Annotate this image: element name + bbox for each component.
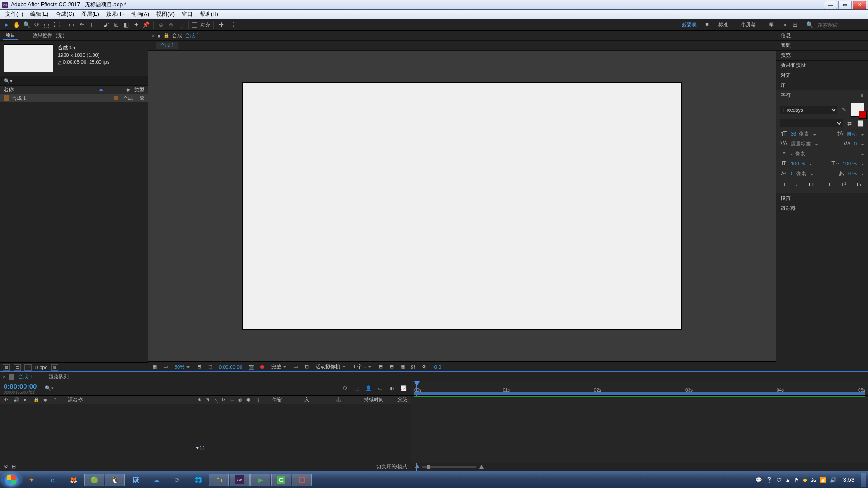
channel-icon[interactable]: ▭: [292, 364, 299, 370]
viewer-canvas[interactable]: [148, 51, 776, 361]
grid-icon[interactable]: ⊞: [377, 364, 384, 370]
timeline-tab-name[interactable]: 合成 1: [18, 373, 32, 380]
column-name[interactable]: 名称: [4, 86, 14, 93]
eyedropper-icon[interactable]: ✎: [840, 106, 848, 113]
switch-column-icon[interactable]: ▭: [230, 397, 236, 403]
small-caps-button[interactable]: Tᴛ: [824, 181, 831, 188]
timeline-ruler-area[interactable]: 00s 01s 02s 03s 04s 05s: [411, 381, 868, 395]
hand-tool-icon[interactable]: ✋: [13, 21, 21, 29]
tray-expand-icon[interactable]: ▲: [785, 477, 791, 483]
taskbar-item[interactable]: 🦊: [63, 474, 83, 486]
tray-icon[interactable]: ◆: [803, 477, 807, 483]
no-stroke-icon[interactable]: ⬜: [856, 120, 864, 127]
workspace-library[interactable]: 库: [763, 21, 779, 28]
timeline-layers-area[interactable]: ➤: [0, 404, 411, 463]
taskbar-item[interactable]: C: [271, 474, 291, 486]
video-column-icon[interactable]: 👁: [4, 397, 9, 403]
reset-workspace-icon[interactable]: ⊞: [791, 21, 799, 29]
taskbar-item[interactable]: 🖼: [126, 474, 146, 486]
composition-name[interactable]: 合成 1 ▾: [58, 44, 109, 51]
taskbar-clock[interactable]: 3:53: [843, 476, 854, 483]
menu-layer[interactable]: 图层(L): [78, 9, 103, 19]
taskbar-item-after-effects[interactable]: Ae: [230, 474, 250, 486]
panel-tab-tracker[interactable]: 跟踪器: [776, 203, 868, 213]
text-tool-icon[interactable]: T: [87, 21, 95, 29]
taskbar-item[interactable]: ☁: [146, 474, 166, 486]
toggle-modes-icon[interactable]: ⊞: [12, 464, 16, 469]
resolution-icon[interactable]: ⊞: [195, 364, 203, 370]
tsume-value[interactable]: 0 %: [848, 171, 857, 176]
menu-composition[interactable]: 合成(C): [52, 9, 78, 19]
column-label-icon[interactable]: ◆: [126, 87, 130, 93]
column-duration[interactable]: 持续时间: [364, 396, 384, 403]
panel-tab-character[interactable]: 字符≡: [776, 90, 868, 100]
local-axis-icon[interactable]: ⬙: [157, 21, 165, 29]
tray-network-icon[interactable]: 🖧: [811, 477, 816, 483]
quality-dropdown[interactable]: 完整: [269, 363, 288, 370]
viewer-lock-icon[interactable]: 🔒: [163, 33, 170, 38]
swap-colors-icon[interactable]: ⇄: [845, 120, 854, 127]
menu-window[interactable]: 窗口: [178, 9, 196, 19]
taskbar-item[interactable]: 🟢: [84, 474, 104, 486]
column-in[interactable]: 入: [304, 396, 309, 403]
lock-column-icon[interactable]: 🔒: [33, 397, 39, 403]
selection-tool-icon[interactable]: ▸: [3, 21, 11, 29]
snapshot-icon[interactable]: 📷: [248, 364, 255, 370]
font-style-select[interactable]: -: [780, 119, 843, 127]
timeline-current-time[interactable]: 0:00:00:00: [4, 382, 37, 390]
zoom-dropdown[interactable]: 50%: [173, 364, 192, 370]
rectangle-tool-icon[interactable]: ▭: [67, 21, 75, 29]
all-caps-button[interactable]: TT: [808, 181, 815, 188]
frame-blend-icon[interactable]: ▭: [377, 385, 384, 392]
menu-view[interactable]: 视图(V): [153, 9, 178, 19]
interpret-footage-icon[interactable]: ▦: [3, 364, 10, 371]
workspace-menu-icon[interactable]: ≡: [703, 21, 711, 29]
menu-edit[interactable]: 编辑(E): [27, 9, 52, 19]
work-area-bar[interactable]: [414, 392, 865, 395]
mask-toggle-icon[interactable]: ⊡: [303, 364, 310, 370]
zoom-tool-icon[interactable]: 🔍: [23, 21, 31, 29]
pixel-aspect-icon[interactable]: ▦: [399, 364, 406, 370]
draft-3d-icon[interactable]: ⬚: [353, 385, 360, 392]
start-button[interactable]: [2, 473, 21, 487]
taskbar-item[interactable]: ⟳: [167, 474, 187, 486]
taskbar-item[interactable]: [292, 474, 312, 486]
composition-stage[interactable]: [243, 83, 681, 329]
guides-icon[interactable]: ⊟: [388, 364, 395, 370]
pan-behind-tool-icon[interactable]: ⛶: [52, 21, 61, 29]
column-stretch[interactable]: 伸缩: [272, 396, 282, 403]
alpha-toggle-icon[interactable]: ▦: [151, 364, 158, 370]
label-column-icon[interactable]: ◆: [43, 397, 49, 403]
graph-editor-icon[interactable]: 📈: [400, 385, 407, 392]
fill-color-swatch[interactable]: [851, 103, 864, 117]
kerning-value[interactable]: 度量标准: [791, 141, 811, 147]
toggle-switches-icon[interactable]: ⚙: [4, 464, 8, 469]
panel-tab-preview[interactable]: 预览: [776, 51, 868, 61]
viewer-tab-menu-icon[interactable]: ≡: [204, 33, 207, 38]
panel-tab-align[interactable]: 对齐: [776, 70, 868, 80]
tray-signal-icon[interactable]: 📶: [820, 477, 826, 483]
flowchart-icon[interactable]: ⛓: [139, 95, 144, 101]
menu-animation[interactable]: 动画(A): [127, 9, 153, 19]
panel-tab-audio[interactable]: 音频: [776, 41, 868, 51]
tab-project-menu-icon[interactable]: ≡: [23, 33, 25, 38]
viewer-time[interactable]: 0:00:00:00: [217, 364, 244, 370]
shy-icon[interactable]: 👤: [365, 385, 372, 392]
taskbar-item[interactable]: 🐧: [105, 474, 125, 486]
timeline-search-icon[interactable]: 🔍▾: [45, 385, 54, 391]
motion-blur-icon[interactable]: ◐: [388, 385, 396, 392]
toggle-transparency-icon[interactable]: ▭: [162, 364, 169, 370]
composition-thumbnail[interactable]: [4, 44, 53, 72]
stroke-width-value[interactable]: -: [791, 151, 793, 156]
timeline-tracks-area[interactable]: [411, 404, 868, 463]
switch-column-icon[interactable]: ⬚: [255, 397, 260, 403]
taskbar-item[interactable]: ✦: [22, 474, 42, 486]
solo-column-icon[interactable]: ●: [24, 397, 29, 403]
menu-help[interactable]: 帮助(H): [196, 9, 222, 19]
tab-project[interactable]: 项目: [3, 31, 18, 40]
switch-column-icon[interactable]: ＼: [214, 397, 219, 403]
workspace-standard[interactable]: 标准: [713, 21, 734, 28]
project-item-row[interactable]: 合成 1 合成 ⛓: [0, 94, 148, 102]
workspace-more-icon[interactable]: »: [781, 21, 789, 29]
timeline-zoom-slider[interactable]: [415, 465, 484, 469]
